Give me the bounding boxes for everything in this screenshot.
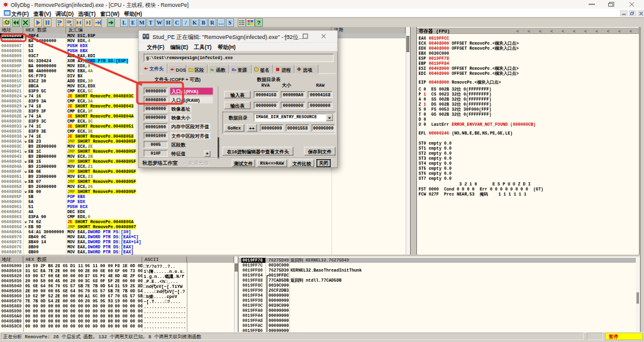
svg-text:fx: fx <box>211 68 214 72</box>
svg-text:Rs: Rs <box>232 68 236 72</box>
